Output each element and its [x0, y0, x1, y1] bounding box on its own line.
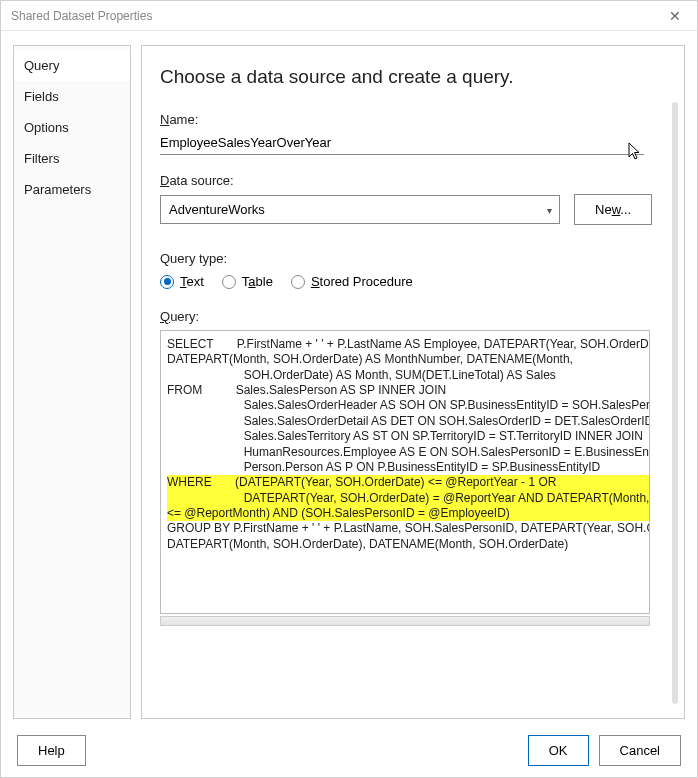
pane-heading: Choose a data source and create a query.: [160, 66, 666, 88]
pane-scrollbar[interactable]: [672, 102, 678, 704]
name-label: Name:: [160, 112, 666, 127]
nav-item-options[interactable]: Options: [14, 112, 130, 143]
radio-on-icon: [160, 275, 174, 289]
name-input[interactable]: [160, 131, 644, 155]
datasource-label: Data source:: [160, 173, 666, 188]
nav-item-query[interactable]: Query: [14, 50, 130, 81]
ok-button[interactable]: OK: [528, 735, 589, 766]
nav-item-filters[interactable]: Filters: [14, 143, 130, 174]
query-textarea[interactable]: SELECT P.FirstName + ' ' + P.LastName AS…: [160, 330, 650, 614]
querytype-storedproc[interactable]: Stored Procedure: [291, 274, 413, 289]
nav-panel: Query Fields Options Filters Parameters: [13, 45, 131, 719]
querytype-text[interactable]: Text: [160, 274, 204, 289]
new-datasource-button[interactable]: New...: [574, 194, 652, 225]
help-button[interactable]: Help: [17, 735, 86, 766]
querytype-table[interactable]: Table: [222, 274, 273, 289]
window-title: Shared Dataset Properties: [11, 9, 152, 23]
query-scrollbar-h[interactable]: [160, 616, 650, 626]
querytype-label: Query type:: [160, 251, 666, 266]
radio-off-icon: [291, 275, 305, 289]
nav-item-parameters[interactable]: Parameters: [14, 174, 130, 205]
query-label: Query:: [160, 309, 666, 324]
close-icon[interactable]: ✕: [661, 4, 689, 28]
datasource-select[interactable]: [160, 195, 560, 224]
radio-off-icon: [222, 275, 236, 289]
content-pane: Choose a data source and create a query.…: [141, 45, 685, 719]
nav-item-fields[interactable]: Fields: [14, 81, 130, 112]
cancel-button[interactable]: Cancel: [599, 735, 681, 766]
